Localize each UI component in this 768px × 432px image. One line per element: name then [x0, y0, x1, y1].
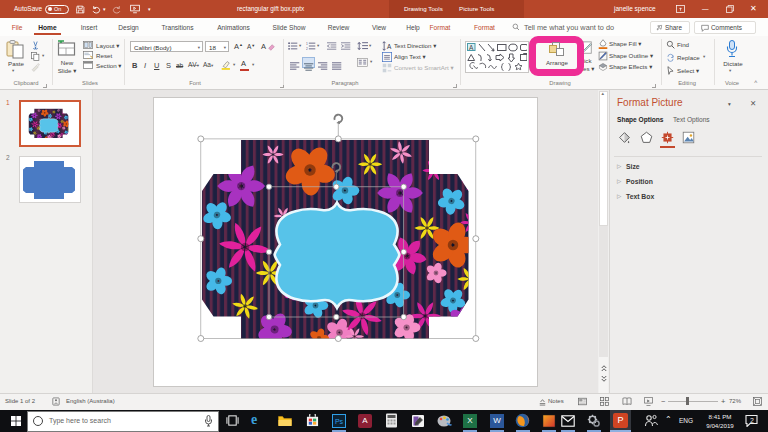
svg-text:2: 2: [750, 417, 754, 424]
svg-text:2: 2: [306, 47, 308, 50]
svg-text:A: A: [469, 43, 474, 50]
svg-text:1: 1: [306, 42, 308, 46]
svg-text:A: A: [387, 43, 392, 50]
